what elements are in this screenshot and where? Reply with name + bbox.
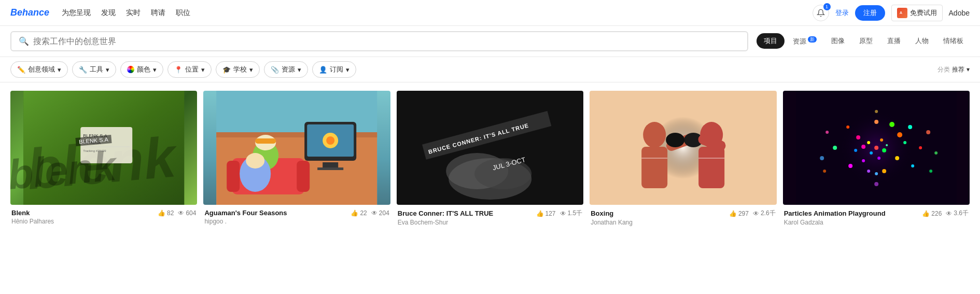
svg-point-78 — [929, 170, 932, 173]
filter-resources[interactable]: 📎 资源 ▾ — [264, 61, 308, 78]
item-meta-aguaman: Aguaman's Four Seasons 👍 22 👁 204 hipgoo… — [203, 205, 390, 226]
meta-row: Aguaman's Four Seasons 👍 22 👁 204 — [204, 209, 389, 217]
location-icon: 📍 — [174, 66, 183, 74]
svg-point-63 — [889, 122, 894, 127]
search-tabs: 项目 资源新 图像 原型 直播 人物 情绪板 — [757, 33, 970, 49]
item-meta-particles: Particles Animation Playground 👍 226 👁 3… — [783, 205, 970, 227]
chevron-down-icon: ▾ — [346, 66, 349, 74]
svg-rect-36 — [641, 147, 667, 188]
item-stats: 👍 127 👁 1.5千 — [536, 209, 583, 218]
tab-assets[interactable]: 资源新 — [787, 33, 823, 49]
like-count: 127 — [545, 210, 556, 217]
adobe-logo-icon: A — [897, 8, 907, 18]
nav-discover[interactable]: 发现 — [101, 8, 116, 18]
tab-people[interactable]: 人物 — [909, 33, 935, 49]
chevron-down-icon: ▾ — [298, 66, 301, 74]
item-meta-blenk: Blenk 👍 82 👁 604 Hênio Palhares — [10, 205, 197, 226]
behance-logo[interactable]: Behance — [10, 7, 49, 18]
filter-tools[interactable]: 🔧 工具 ▾ — [72, 61, 116, 78]
chevron-down-icon: ▾ — [201, 66, 205, 74]
item-author[interactable]: Jonathan Kang — [591, 219, 775, 226]
item-author[interactable]: Eva Bochem-Shur — [398, 219, 582, 226]
new-badge: 新 — [808, 36, 817, 43]
sort-section: 分类 推荐 ▾ — [937, 65, 970, 74]
item-title: Bruce Conner: IT'S ALL TRUE — [398, 209, 493, 217]
notification-bell-button[interactable]: 1 — [813, 5, 829, 21]
tab-moodboards[interactable]: 情绪板 — [937, 33, 970, 49]
brush-icon: ✏️ — [17, 66, 25, 74]
nav-live[interactable]: 实时 — [126, 8, 141, 18]
item-author[interactable]: Karol Gadzala — [784, 219, 969, 226]
tab-projects[interactable]: 项目 — [757, 33, 785, 49]
like-stat: 👍 297 — [729, 210, 749, 217]
item-stats: 👍 22 👁 204 — [351, 209, 389, 217]
nav-right-actions: 1 登录 注册 A 免费试用 Adobe — [813, 5, 970, 21]
register-button[interactable]: 注册 — [855, 5, 885, 21]
gallery-item-bruce[interactable]: BRUCE CONNER: IT'S ALL TRUE JUL 3-OCT Br… — [397, 91, 583, 227]
search-section: 🔍 项目 资源新 图像 原型 直播 人物 情绪板 — [0, 26, 980, 57]
view-count: 3.6千 — [954, 209, 969, 218]
like-stat: 👍 22 — [351, 209, 367, 217]
eye-icon: 👁 — [371, 209, 377, 217]
like-count: 22 — [360, 209, 367, 217]
nav-hire[interactable]: 聘请 — [151, 8, 165, 18]
gallery-item-particles[interactable]: Particles Animation Playground 👍 226 👁 3… — [783, 91, 970, 227]
view-count: 1.5千 — [568, 209, 583, 218]
filter-creative-field[interactable]: ✏️ 创意领域 ▾ — [10, 61, 68, 78]
svg-point-76 — [875, 110, 878, 113]
tab-prototypes[interactable]: 原型 — [853, 33, 879, 49]
sort-value[interactable]: 推荐 — [952, 65, 964, 74]
heart-icon: 👍 — [729, 210, 737, 217]
svg-point-66 — [882, 169, 886, 173]
item-stats: 👍 82 👁 604 — [158, 209, 196, 217]
tab-live[interactable]: 直播 — [881, 33, 907, 49]
school-icon: 🎓 — [222, 66, 231, 74]
tab-images[interactable]: 图像 — [825, 33, 851, 49]
chevron-down-icon[interactable]: ▾ — [967, 66, 970, 73]
filter-subscribe[interactable]: 👤 订阅 ▾ — [312, 61, 356, 78]
heart-icon: 👍 — [351, 209, 358, 217]
svg-point-47 — [874, 146, 878, 150]
heart-icon: 👍 — [158, 209, 165, 217]
filter-location[interactable]: 📍 位置 ▾ — [167, 61, 212, 78]
boxing-artwork — [590, 91, 776, 205]
search-input[interactable] — [33, 37, 740, 46]
svg-point-42 — [666, 133, 684, 147]
heart-icon: 👍 — [922, 210, 930, 217]
item-meta-boxing: Boxing 👍 297 👁 2.6千 Jonathan Kang — [590, 205, 776, 227]
eye-icon: 👁 — [560, 210, 566, 217]
adobe-label[interactable]: Adobe — [949, 9, 970, 17]
svg-rect-20 — [297, 161, 310, 192]
filter-school[interactable]: 🎓 学校 ▾ — [216, 61, 260, 78]
login-button[interactable]: 登录 — [835, 8, 849, 18]
nav-links: 为您呈现 发现 实时 聘请 职位 — [62, 8, 812, 18]
svg-point-68 — [919, 146, 922, 149]
svg-point-75 — [820, 156, 824, 160]
subscribe-icon: 👤 — [319, 66, 327, 74]
search-bar[interactable]: 🔍 — [10, 31, 748, 51]
search-icon: 🔍 — [19, 36, 29, 46]
svg-point-62 — [846, 125, 849, 129]
svg-point-74 — [825, 131, 829, 134]
svg-point-65 — [911, 164, 914, 167]
svg-rect-15 — [318, 167, 344, 170]
nav-for-you[interactable]: 为您呈现 — [62, 8, 91, 18]
adobe-free-trial-button[interactable]: A 免费试用 — [891, 5, 943, 21]
svg-point-61 — [908, 125, 912, 129]
svg-point-79 — [823, 170, 826, 173]
gallery-item-blenk[interactable]: blenk BLENK S.A ENTREGA Tracking #28439 … — [10, 91, 197, 227]
item-author[interactable]: hipgoo . — [204, 218, 389, 225]
view-count: 204 — [379, 209, 389, 217]
gallery-grid: blenk BLENK S.A ENTREGA Tracking #28439 … — [0, 82, 980, 235]
svg-point-73 — [934, 151, 937, 155]
svg-text:blenk: blenk — [24, 124, 180, 201]
gallery-item-aguaman[interactable]: Aguaman's Four Seasons 👍 22 👁 204 hipgoo… — [203, 91, 390, 227]
view-count: 2.6千 — [761, 209, 776, 218]
svg-rect-23 — [256, 138, 276, 144]
filter-color[interactable]: 颜色 ▾ — [120, 61, 163, 78]
gallery-item-boxing[interactable]: Boxing 👍 297 👁 2.6千 Jonathan Kang — [590, 91, 776, 227]
svg-point-49 — [867, 141, 870, 144]
nav-jobs[interactable]: 职位 — [176, 8, 190, 18]
meta-row: Blenk 👍 82 👁 604 — [11, 209, 196, 217]
item-author[interactable]: Hênio Palhares — [11, 218, 196, 225]
